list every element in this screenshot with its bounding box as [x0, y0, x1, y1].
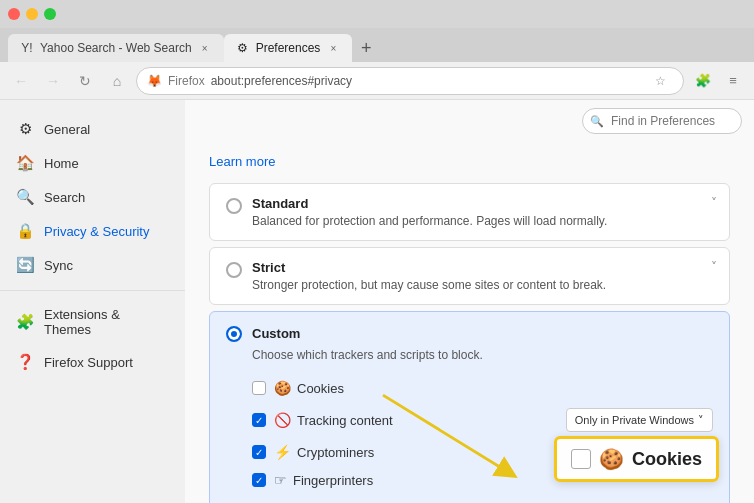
sidebar-item-general[interactable]: ⚙ General [0, 112, 185, 146]
standard-chevron: ˅ [711, 196, 717, 210]
cookies-icon: 🍪 [274, 380, 291, 396]
tracker-cookies-row: 🍪 Cookies [226, 374, 713, 402]
url-display: about:preferences#privacy [211, 74, 641, 88]
sidebar-label-search: Search [44, 190, 85, 205]
support-icon: ❓ [16, 353, 34, 371]
learn-more-link[interactable]: Learn more [209, 154, 730, 169]
tab-yahoo[interactable]: Y! Yahoo Search - Web Search × [8, 34, 224, 62]
fingerprinters-icon: ☞ [274, 472, 287, 488]
dropdown-chevron-icon: ˅ [698, 414, 704, 427]
tab-yahoo-label: Yahoo Search - Web Search [40, 41, 192, 55]
sidebar-item-home[interactable]: 🏠 Home [0, 146, 185, 180]
custom-desc: Choose which trackers and scripts to blo… [252, 348, 713, 362]
sidebar-item-privacy[interactable]: 🔒 Privacy & Security [0, 214, 185, 248]
brand-label: Firefox [168, 74, 205, 88]
tracking-dropdown[interactable]: Only in Private Windows ˅ [566, 408, 713, 432]
custom-header: Custom [226, 324, 713, 342]
title-bar [0, 0, 754, 28]
find-bar: 🔍 [582, 108, 742, 134]
strict-chevron: ˅ [711, 260, 717, 274]
back-icon: ← [14, 73, 28, 89]
tracking-checkbox[interactable] [252, 413, 266, 427]
cryptominers-checkbox[interactable] [252, 445, 266, 459]
back-button[interactable]: ← [8, 68, 34, 94]
cookies-checkbox[interactable] [252, 381, 266, 395]
cookies-highlight-checkbox [571, 449, 591, 469]
tracking-icon: 🚫 [274, 412, 291, 428]
close-button[interactable] [8, 8, 20, 20]
traffic-lights [8, 8, 56, 20]
search-nav-icon: 🔍 [16, 188, 34, 206]
sidebar-item-support[interactable]: ❓ Firefox Support [0, 345, 185, 379]
sync-icon: 🔄 [16, 256, 34, 274]
sidebar-label-home: Home [44, 156, 79, 171]
minimize-button[interactable] [26, 8, 38, 20]
nav-bar: ← → ↻ ⌂ 🦊 Firefox about:preferences#priv… [0, 62, 754, 100]
forward-button[interactable]: → [40, 68, 66, 94]
extensions-nav-icon: 🧩 [16, 313, 34, 331]
sidebar-label-privacy: Privacy & Security [44, 224, 149, 239]
find-input-wrapper: 🔍 [582, 108, 742, 134]
standard-radio[interactable] [226, 198, 242, 214]
content-inner: Learn more Standard Balanced for protect… [185, 140, 754, 503]
standard-desc: Balanced for protection and performance.… [252, 214, 607, 228]
reload-button[interactable]: ↻ [72, 68, 98, 94]
home-icon: ⌂ [113, 73, 121, 89]
tab-bar: Y! Yahoo Search - Web Search × ⚙ Prefere… [0, 28, 754, 62]
sidebar-item-search[interactable]: 🔍 Search [0, 180, 185, 214]
new-tab-button[interactable]: + [352, 34, 380, 62]
sidebar-label-sync: Sync [44, 258, 73, 273]
tab-preferences-label: Preferences [256, 41, 321, 55]
nav-right-buttons: 🧩 ≡ [690, 68, 746, 94]
sidebar-item-extensions[interactable]: 🧩 Extensions & Themes [0, 299, 185, 345]
cookies-highlight-box: 🍪 Cookies [554, 436, 719, 482]
bookmark-icon[interactable]: ☆ [647, 68, 673, 94]
find-input[interactable] [582, 108, 742, 134]
tracking-label: 🚫 Tracking content [274, 412, 558, 428]
sidebar-label-extensions: Extensions & Themes [44, 307, 169, 337]
strict-radio[interactable] [226, 262, 242, 278]
standard-title: Standard [252, 196, 607, 211]
preferences-favicon: ⚙ [236, 41, 250, 55]
menu-icon[interactable]: ≡ [720, 68, 746, 94]
main-layout: ⚙ General 🏠 Home 🔍 Search 🔒 Privacy & Se… [0, 100, 754, 503]
tab-yahoo-close[interactable]: × [198, 41, 212, 55]
strict-desc: Stronger protection, but may cause some … [252, 278, 606, 292]
sidebar: ⚙ General 🏠 Home 🔍 Search 🔒 Privacy & Se… [0, 100, 185, 503]
home-nav-icon: 🏠 [16, 154, 34, 172]
tracker-tracking-row: 🚫 Tracking content Only in Private Windo… [226, 402, 713, 438]
cookies-highlight-icon: 🍪 [599, 447, 624, 471]
custom-radio[interactable] [226, 326, 242, 342]
cookies-label: 🍪 Cookies [274, 380, 713, 396]
sidebar-label-support: Firefox Support [44, 355, 133, 370]
sidebar-item-sync[interactable]: 🔄 Sync [0, 248, 185, 282]
general-icon: ⚙ [16, 120, 34, 138]
strict-title: Strict [252, 260, 606, 275]
sidebar-label-general: General [44, 122, 90, 137]
home-button[interactable]: ⌂ [104, 68, 130, 94]
reload-icon: ↻ [79, 73, 91, 89]
content-area: 🔍 Learn more Standard Balanced for prote… [185, 100, 754, 503]
firefox-logo-icon: 🦊 [147, 74, 162, 88]
cryptominers-icon: ⚡ [274, 444, 291, 460]
standard-option[interactable]: Standard Balanced for protection and per… [209, 183, 730, 241]
tab-preferences-close[interactable]: × [326, 41, 340, 55]
standard-content: Standard Balanced for protection and per… [252, 196, 607, 228]
cookies-highlight-label: Cookies [632, 449, 702, 470]
custom-title: Custom [252, 326, 300, 341]
strict-option[interactable]: Strict Stronger protection, but may caus… [209, 247, 730, 305]
fingerprinters-checkbox[interactable] [252, 473, 266, 487]
tab-preferences[interactable]: ⚙ Preferences × [224, 34, 353, 62]
maximize-button[interactable] [44, 8, 56, 20]
custom-section: Custom Choose which trackers and scripts… [209, 311, 730, 503]
yahoo-favicon: Y! [20, 41, 34, 55]
strict-content: Strict Stronger protection, but may caus… [252, 260, 606, 292]
forward-icon: → [46, 73, 60, 89]
extensions-icon[interactable]: 🧩 [690, 68, 716, 94]
privacy-icon: 🔒 [16, 222, 34, 240]
find-search-icon: 🔍 [590, 115, 604, 128]
address-bar[interactable]: 🦊 Firefox about:preferences#privacy ☆ [136, 67, 684, 95]
